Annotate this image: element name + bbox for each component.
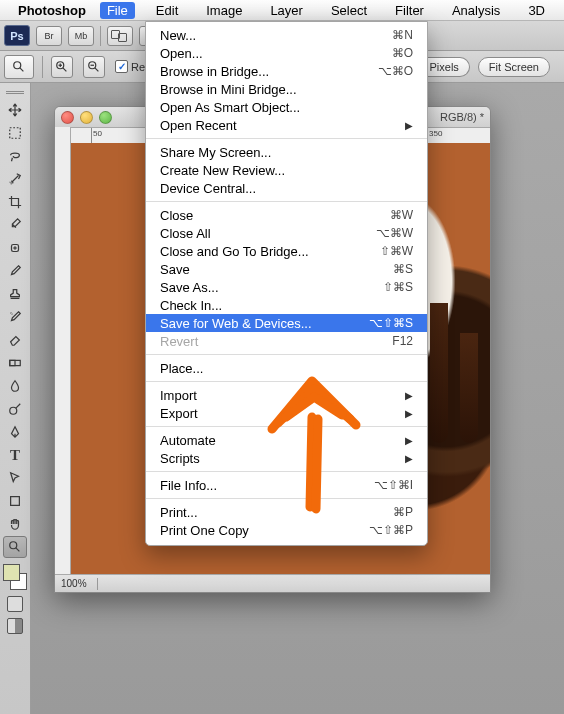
menu-item-import[interactable]: Import▶: [146, 386, 427, 404]
menu-item-file-info[interactable]: File Info...⌥⇧⌘I: [146, 476, 427, 494]
menu-item-revert: RevertF12: [146, 332, 427, 350]
shape-tool-icon[interactable]: [3, 490, 27, 512]
menu-item-device-central[interactable]: Device Central...: [146, 179, 427, 197]
vertical-ruler[interactable]: [55, 127, 71, 574]
svg-line-7: [95, 67, 99, 71]
menu-item-shortcut: ⇧⌘W: [380, 244, 413, 258]
menu-item-label: Save for Web & Devices...: [160, 316, 369, 331]
minibridge-chip[interactable]: Mb: [68, 26, 94, 46]
menu-separator: [146, 138, 427, 139]
bridge-chip[interactable]: Br: [36, 26, 62, 46]
eyedropper-tool-icon[interactable]: [3, 214, 27, 236]
menu-item-shortcut: F12: [392, 334, 413, 348]
menu-item-label: Open Recent: [160, 118, 405, 133]
stamp-tool-icon[interactable]: [3, 283, 27, 305]
menu-item-print-one-copy[interactable]: Print One Copy⌥⇧⌘P: [146, 521, 427, 539]
menu-item-automate[interactable]: Automate▶: [146, 431, 427, 449]
menu-item-label: Create New Review...: [160, 163, 413, 178]
color-swatches[interactable]: [3, 564, 27, 590]
foreground-swatch[interactable]: [3, 564, 20, 581]
menu-edit[interactable]: Edit: [149, 2, 185, 19]
gradient-tool-icon[interactable]: [3, 352, 27, 374]
menu-item-shortcut: ⌘S: [393, 262, 413, 276]
mac-menubar: Photoshop File Edit Image Layer Select F…: [0, 0, 564, 21]
crop-tool-icon[interactable]: [3, 191, 27, 213]
fit-screen-button[interactable]: Fit Screen: [478, 57, 550, 77]
menu-item-open[interactable]: Open...⌘O: [146, 44, 427, 62]
file-menu-dropdown: New...⌘NOpen...⌘OBrowse in Bridge...⌥⌘OB…: [145, 21, 428, 546]
menu-analysis[interactable]: Analysis: [445, 2, 507, 19]
minimize-window-icon[interactable]: [80, 111, 93, 124]
menu-item-shortcut: ⌘O: [392, 46, 413, 60]
menu-item-browse-in-bridge[interactable]: Browse in Bridge...⌥⌘O: [146, 62, 427, 80]
zoom-level[interactable]: 100%: [61, 578, 87, 589]
menu-item-label: Import: [160, 388, 405, 403]
menu-file[interactable]: File: [100, 2, 135, 19]
menu-item-open-recent[interactable]: Open Recent▶: [146, 116, 427, 134]
menu-item-label: Check In...: [160, 298, 413, 313]
quickmask-off-icon[interactable]: [7, 596, 23, 612]
menu-image[interactable]: Image: [199, 2, 249, 19]
type-tool-icon[interactable]: T: [3, 444, 27, 466]
traffic-lights: [61, 111, 112, 124]
menu-3d[interactable]: 3D: [521, 2, 552, 19]
quickmask-on-icon[interactable]: [7, 618, 23, 634]
path-select-tool-icon[interactable]: [3, 467, 27, 489]
menu-item-share-my-screen[interactable]: Share My Screen...: [146, 143, 427, 161]
quick-select-tool-icon[interactable]: [3, 168, 27, 190]
panel-grip-icon[interactable]: [0, 89, 30, 95]
svg-line-1: [20, 67, 24, 71]
close-window-icon[interactable]: [61, 111, 74, 124]
zoom-out-icon[interactable]: [83, 56, 105, 78]
menu-item-export[interactable]: Export▶: [146, 404, 427, 422]
arrange-documents-icon[interactable]: [107, 26, 133, 46]
menu-item-open-as-smart-object[interactable]: Open As Smart Object...: [146, 98, 427, 116]
menu-filter[interactable]: Filter: [388, 2, 431, 19]
menu-item-new[interactable]: New...⌘N: [146, 26, 427, 44]
dodge-tool-icon[interactable]: [3, 398, 27, 420]
ps-logo-icon[interactable]: Ps: [4, 25, 30, 46]
document-title: RGB/8) *: [440, 111, 484, 123]
healing-tool-icon[interactable]: [3, 237, 27, 259]
menu-item-shortcut: ⌥⇧⌘I: [374, 478, 413, 492]
zoom-window-icon[interactable]: [99, 111, 112, 124]
move-tool-icon[interactable]: [3, 99, 27, 121]
submenu-arrow-icon: ▶: [405, 120, 413, 131]
blur-tool-icon[interactable]: [3, 375, 27, 397]
menu-item-close-and-go-to-bridge[interactable]: Close and Go To Bridge...⇧⌘W: [146, 242, 427, 260]
menu-item-label: Export: [160, 406, 405, 421]
menu-layer[interactable]: Layer: [263, 2, 310, 19]
menu-item-create-new-review[interactable]: Create New Review...: [146, 161, 427, 179]
menu-item-check-in[interactable]: Check In...: [146, 296, 427, 314]
menu-item-print[interactable]: Print...⌘P: [146, 503, 427, 521]
menu-item-label: Save: [160, 262, 393, 277]
zoom-tool-icon[interactable]: [3, 536, 27, 558]
menu-item-label: Save As...: [160, 280, 383, 295]
app-menu[interactable]: Photoshop: [18, 3, 86, 18]
marquee-tool-icon[interactable]: [3, 122, 27, 144]
svg-point-19: [10, 542, 17, 549]
menu-item-shortcut: ⌥⇧⌘S: [369, 316, 413, 330]
zoom-in-icon[interactable]: [51, 56, 73, 78]
menu-item-close[interactable]: Close⌘W: [146, 206, 427, 224]
menu-item-save-as[interactable]: Save As...⇧⌘S: [146, 278, 427, 296]
menu-item-browse-in-mini-bridge[interactable]: Browse in Mini Bridge...: [146, 80, 427, 98]
menu-item-place[interactable]: Place...: [146, 359, 427, 377]
lasso-tool-icon[interactable]: [3, 145, 27, 167]
submenu-arrow-icon: ▶: [405, 453, 413, 464]
history-brush-tool-icon[interactable]: [3, 306, 27, 328]
svg-rect-18: [11, 497, 20, 506]
pen-tool-icon[interactable]: [3, 421, 27, 443]
current-tool-icon[interactable]: [4, 55, 34, 79]
hand-tool-icon[interactable]: [3, 513, 27, 535]
menu-separator: [146, 498, 427, 499]
menu-select[interactable]: Select: [324, 2, 374, 19]
eraser-tool-icon[interactable]: [3, 329, 27, 351]
svg-point-16: [10, 407, 17, 414]
menu-item-close-all[interactable]: Close All⌥⌘W: [146, 224, 427, 242]
menu-item-save[interactable]: Save⌘S: [146, 260, 427, 278]
resize-checkbox[interactable]: ✓: [115, 60, 128, 73]
brush-tool-icon[interactable]: [3, 260, 27, 282]
menu-item-scripts[interactable]: Scripts▶: [146, 449, 427, 467]
menu-item-save-for-web-devices[interactable]: Save for Web & Devices...⌥⇧⌘S: [146, 314, 427, 332]
